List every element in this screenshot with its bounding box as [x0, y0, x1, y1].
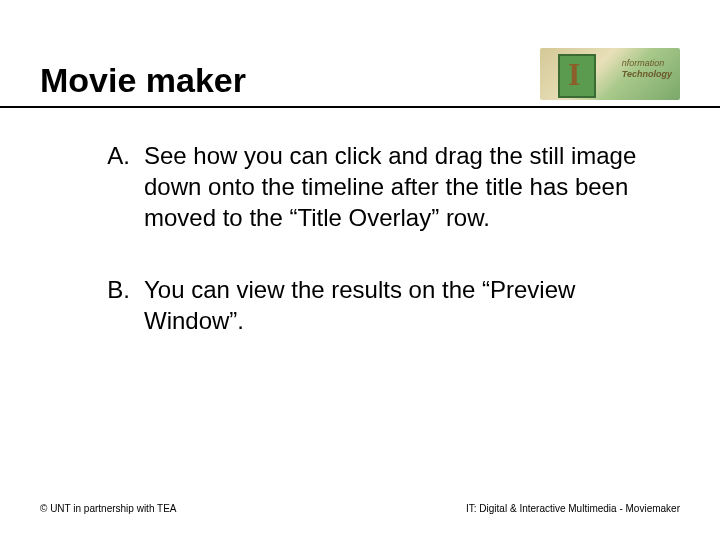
info-tech-logo: nformation Technology: [540, 48, 680, 100]
footer-right: IT: Digital & Interactive Multimedia - M…: [466, 503, 680, 514]
footer-left: © UNT in partnership with TEA: [40, 503, 177, 514]
list-item: B. You can view the results on the “Prev…: [98, 274, 660, 336]
footer: © UNT in partnership with TEA IT: Digita…: [40, 503, 680, 514]
logo-line1: nformation: [622, 58, 665, 68]
logo-text: nformation Technology: [622, 58, 672, 80]
list-item: A. See how you can click and drag the st…: [98, 140, 660, 234]
header: Movie maker nformation Technology: [0, 48, 720, 108]
page-title: Movie maker: [40, 61, 246, 100]
list-marker: A.: [98, 140, 144, 234]
logo-line2: Technology: [622, 69, 672, 80]
content-list: A. See how you can click and drag the st…: [98, 140, 660, 376]
list-text: You can view the results on the “Preview…: [144, 274, 660, 336]
list-text: See how you can click and drag the still…: [144, 140, 660, 234]
list-marker: B.: [98, 274, 144, 336]
